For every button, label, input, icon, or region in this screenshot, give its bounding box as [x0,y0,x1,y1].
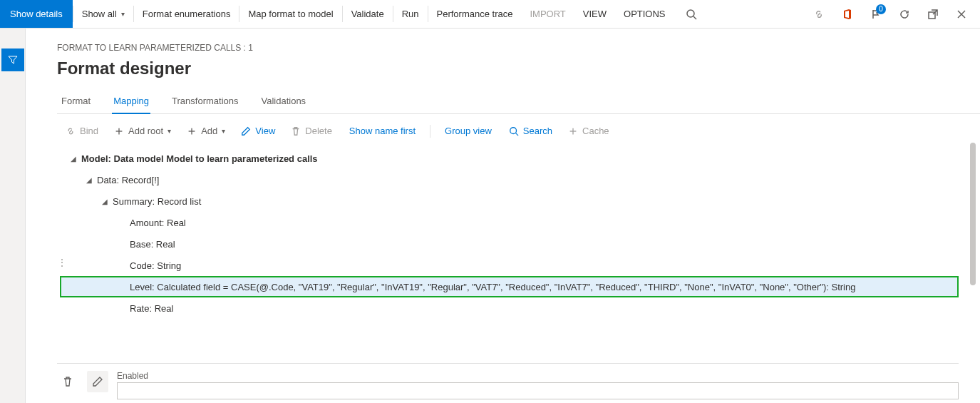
filter-icon [7,54,19,66]
left-gutter [0,29,26,403]
add-root-button[interactable]: Add root ▾ [108,123,177,139]
tree-node-amount[interactable]: Amount: Real [60,212,959,233]
mapping-toolbar: Bind Add root ▾ Add ▾ View Delete Show n… [57,114,980,148]
group-view-link[interactable]: Group view [438,123,499,139]
tab-format[interactable]: Format [60,90,92,113]
view-button[interactable]: View [235,123,281,139]
close-icon [956,9,967,20]
options-label: OPTIONS [624,9,666,19]
cache-label: Cache [582,126,609,136]
add-label: Add [201,126,217,136]
search-button-toolbar[interactable]: Search [503,123,558,139]
run-label: Run [402,9,419,19]
validate-menu[interactable]: Validate [343,0,393,28]
search-button[interactable] [679,0,704,29]
chevron-down-icon: ▾ [222,127,225,135]
data-tree: ◢ Model: Data model Model to learn param… [57,148,980,333]
notifications-button[interactable]: 0 [863,0,889,29]
popout-icon [927,9,939,20]
tree-node-data[interactable]: ◢ Data: Record[!] [60,169,959,190]
map-format-label: Map format to model [248,9,333,19]
tree-node-data-label: Data: Record[!] [97,175,159,185]
office-icon-button[interactable] [835,0,860,29]
view-label: VIEW [583,9,607,19]
tab-validations[interactable]: Validations [259,90,307,113]
toolbar-separator [430,125,430,138]
tree-node-model[interactable]: ◢ Model: Data model Model to learn param… [60,148,959,169]
tab-mapping-label: Mapping [113,96,149,106]
tab-mapping[interactable]: Mapping [112,90,150,113]
refresh-icon [899,9,910,20]
tab-transformations[interactable]: Transformations [170,90,239,113]
search-icon [686,9,697,20]
popout-button[interactable] [920,0,946,29]
pencil-icon [92,376,103,387]
office-icon [842,9,853,20]
collapse-icon[interactable]: ◢ [68,155,78,163]
enabled-label: Enabled [117,371,959,381]
view-menu[interactable]: VIEW [574,0,615,28]
tree-node-level[interactable]: Level: Calculated field = CASE(@.Code, "… [60,276,959,297]
tree-node-base[interactable]: Base: Real [60,233,959,255]
bottom-panel: Enabled [57,363,959,397]
trash-icon [291,126,301,136]
options-menu[interactable]: OPTIONS [615,0,674,28]
delete-binding-button[interactable] [57,371,78,392]
tab-format-label: Format [61,96,91,106]
performance-trace-label: Performance trace [437,9,513,19]
tree-node-summary[interactable]: ◢ Summary: Record list [60,190,959,212]
notifications-badge: 0 [876,4,886,14]
tab-strip: Format Mapping Transformations Validatio… [57,90,980,114]
show-details-label: Show details [10,9,63,19]
bind-button: Bind [60,123,104,139]
run-menu[interactable]: Run [393,0,428,28]
pencil-icon [241,126,251,136]
tab-transformations-label: Transformations [172,96,238,106]
close-button[interactable] [949,0,974,29]
tree-node-amount-label: Amount: Real [130,218,186,228]
tree-node-code[interactable]: Code: String [60,255,959,276]
content-scroll[interactable]: FORMAT TO LEARN PARAMETERIZED CALLS : 1 … [26,29,980,360]
search-icon [509,126,519,136]
import-label: IMPORT [530,9,565,19]
show-all-label: Show all [82,9,117,19]
delete-label: Delete [305,126,332,136]
edit-binding-button[interactable] [87,371,108,392]
show-details-button[interactable]: Show details [0,0,73,28]
tree-node-model-label: Model: Data model Model to learn paramet… [81,153,318,164]
group-view-label: Group view [445,126,492,136]
page-title: Format designer [57,58,980,78]
link-icon-button[interactable] [806,0,832,29]
bind-icon [66,126,76,136]
svg-point-9 [510,127,517,133]
svg-point-0 [687,10,694,17]
add-button[interactable]: Add ▾ [181,123,231,139]
bind-label: Bind [80,126,98,136]
map-format-to-model-menu[interactable]: Map format to model [239,0,341,28]
tree-node-code-label: Code: String [130,260,181,271]
collapse-icon[interactable]: ◢ [100,198,110,205]
chevron-down-icon: ▾ [121,10,125,18]
format-enumerations-menu[interactable]: Format enumerations [134,0,239,28]
import-menu: IMPORT [521,0,574,28]
drag-handle[interactable]: ⋮ [57,257,67,268]
link-icon [813,9,825,20]
trash-icon [62,376,73,387]
search-label: Search [523,126,552,136]
refresh-button[interactable] [892,0,917,29]
add-root-label: Add root [128,126,163,136]
enabled-field-block: Enabled [117,371,959,399]
top-menubar: Show details Show all ▾ Format enumerati… [0,0,980,29]
show-name-first-label: Show name first [349,126,416,136]
enabled-input[interactable] [117,382,959,399]
collapse-icon[interactable]: ◢ [84,176,94,184]
scrollbar[interactable] [970,143,976,285]
chevron-down-icon: ▾ [167,127,171,135]
tree-node-rate[interactable]: Rate: Real [60,297,959,319]
filter-button[interactable] [1,49,24,71]
show-name-first-link[interactable]: Show name first [342,123,423,139]
delete-button: Delete [285,123,338,139]
performance-trace-menu[interactable]: Performance trace [428,0,522,28]
tab-validations-label: Validations [261,96,306,106]
show-all-menu[interactable]: Show all ▾ [73,0,133,28]
